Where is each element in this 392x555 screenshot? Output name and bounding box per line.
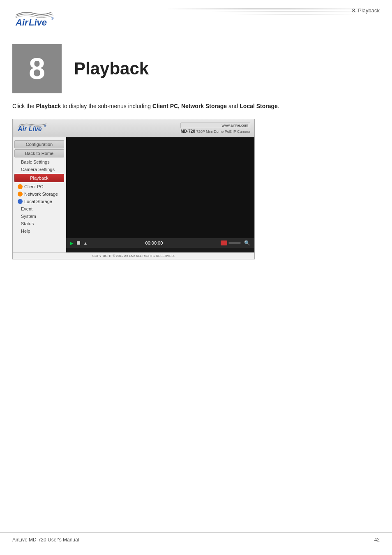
- chapter-number: 8: [29, 52, 45, 86]
- menu-status[interactable]: Status: [13, 220, 66, 227]
- chapter-title: Playback: [74, 59, 149, 79]
- chapter-number-box: 8: [12, 44, 62, 93]
- cam-controls: ▶ ▲ 00:00:00 🔍: [66, 238, 254, 248]
- svg-text:Air: Air: [15, 17, 29, 28]
- menu-basic-settings[interactable]: Basic Settings: [13, 158, 66, 166]
- cam-main-content: ▶ ▲ 00:00:00 🔍: [66, 137, 254, 252]
- cam-body: Configuration Back to Home Basic Setting…: [13, 137, 254, 252]
- airlive-logo: Air Live ®: [12, 7, 58, 30]
- cam-copyright: COPYRIGHT © 2012 Air Live ALL RIGHTS RES…: [92, 254, 175, 258]
- menu-configuration[interactable]: Configuration: [14, 140, 64, 148]
- svg-text:Live: Live: [29, 17, 47, 28]
- cam-model: MD-720 720P Mini Dome PoE IP Camera: [180, 129, 250, 134]
- eject-button[interactable]: ▲: [83, 241, 88, 245]
- body-bold1: Playback: [36, 103, 61, 109]
- chapter-reference: 8. Playback: [352, 7, 380, 14]
- menu-network-storage[interactable]: Network Storage: [13, 190, 66, 198]
- volume-control[interactable]: [221, 240, 241, 245]
- playback-time: 00:00:00: [91, 240, 217, 245]
- chapter-block: 8 Playback: [12, 44, 380, 93]
- cam-footer: COPYRIGHT © 2012 Air Live ALL RIGHTS RES…: [13, 252, 254, 259]
- cam-video-area: [66, 137, 254, 238]
- menu-back-to-home[interactable]: Back to Home: [14, 149, 64, 157]
- cam-logo: Air Live ®: [17, 121, 50, 135]
- camera-ui-screenshot: Air Live ® www.airlive.com MD-720 720P M…: [12, 119, 255, 259]
- zoom-button[interactable]: 🔍: [244, 240, 250, 246]
- volume-icon: [221, 240, 227, 245]
- body-intro: Click the: [12, 103, 36, 109]
- body-middle: to display the sub-menus including: [61, 103, 152, 109]
- local-storage-icon: [18, 199, 23, 204]
- menu-playback[interactable]: Playback: [14, 174, 64, 182]
- cam-website: www.airlive.com: [180, 123, 250, 128]
- logo-area: Air Live ®: [12, 7, 62, 32]
- cam-top-bar: Air Live ® www.airlive.com MD-720 720P M…: [13, 119, 254, 137]
- menu-system[interactable]: System: [13, 213, 66, 220]
- play-button[interactable]: ▶: [70, 241, 74, 245]
- body-bold3: Local Storage: [240, 103, 278, 109]
- svg-text:®: ®: [44, 125, 46, 127]
- menu-help[interactable]: Help: [13, 227, 66, 235]
- menu-event[interactable]: Event: [13, 205, 66, 213]
- menu-local-storage[interactable]: Local Storage: [13, 198, 66, 205]
- body-end: and: [227, 103, 240, 109]
- footer-page-number: 42: [374, 537, 380, 543]
- body-bold2: Client PC, Network Storage: [152, 103, 227, 109]
- page-footer: AirLive MD-720 User's Manual 42: [0, 532, 392, 543]
- cam-model-desc: 720P Mini Dome PoE IP Camera: [196, 130, 250, 134]
- cam-top-right: www.airlive.com MD-720 720P Mini Dome Po…: [180, 123, 250, 134]
- client-pc-icon: [18, 184, 23, 189]
- menu-camera-settings[interactable]: Camera Settings: [13, 166, 66, 173]
- stop-button[interactable]: [77, 241, 80, 245]
- body-period: .: [278, 103, 279, 109]
- cam-sidebar: Configuration Back to Home Basic Setting…: [13, 137, 66, 252]
- volume-bar[interactable]: [228, 242, 241, 244]
- page-header: Air Live ® 8. Playback: [0, 0, 392, 32]
- svg-text:Air Live: Air Live: [17, 125, 42, 132]
- body-text: Click the Playback to display the sub-me…: [12, 102, 380, 111]
- network-storage-icon: [18, 192, 23, 197]
- header-right: 8. Playback: [352, 7, 380, 15]
- menu-client-pc[interactable]: Client PC: [13, 183, 66, 190]
- footer-left: AirLive MD-720 User's Manual: [12, 537, 79, 543]
- svg-text:®: ®: [51, 16, 54, 21]
